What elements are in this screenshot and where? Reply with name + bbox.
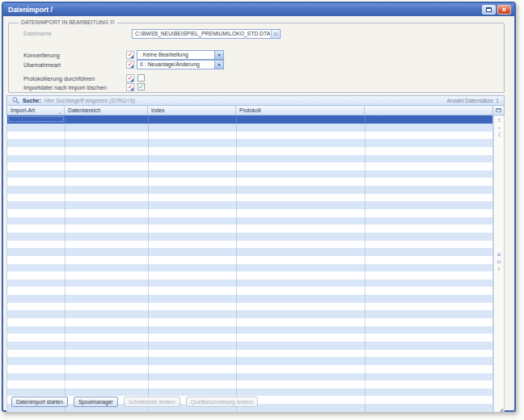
- table-row[interactable]: [7, 170, 492, 178]
- table-row[interactable]: [7, 264, 492, 272]
- table-row[interactable]: [7, 225, 492, 233]
- browse-button[interactable]: ⊡: [271, 30, 280, 38]
- table-header: Import-Art ▲ Datenbereich Index Protokol…: [6, 106, 493, 116]
- table-row[interactable]: [7, 155, 492, 163]
- column-label: Import-Art: [11, 107, 35, 113]
- dropdown-arrow-icon[interactable]: ▼: [214, 61, 223, 69]
- table-row[interactable]: [7, 124, 492, 132]
- quellbeschreibung-aendern-button[interactable]: Quellbeschreibung ändern: [186, 397, 258, 407]
- uebernahmeart-value: 0 : Neuanlage/Änderung: [140, 61, 200, 67]
- close-button[interactable]: ×: [497, 5, 511, 15]
- scroll-plus-icon[interactable]: +: [494, 124, 504, 132]
- column-separator: [236, 116, 237, 412]
- search-label: Suche:: [23, 98, 41, 103]
- table-row[interactable]: [7, 279, 492, 288]
- konvertierung-label: Konvertierung: [23, 52, 60, 59]
- table-row[interactable]: [7, 186, 492, 194]
- view-tools-group: ⊞ ⊟ ≡: [494, 251, 504, 273]
- edit-flag-glyph: ✓: [128, 61, 133, 68]
- dropdown-arrow-icon[interactable]: ▼: [214, 51, 223, 59]
- spoolmanager-button[interactable]: Spoolmanager: [74, 397, 118, 407]
- group-title: DATENIMPORT IN BEARBEITUNG !!!: [19, 19, 117, 25]
- table-row[interactable]: [7, 287, 492, 295]
- restore-button[interactable]: [482, 5, 496, 15]
- table-row[interactable]: [7, 147, 492, 155]
- protokollierung-checkbox[interactable]: [137, 74, 145, 82]
- resize-grip-icon[interactable]: ◢: [499, 406, 503, 412]
- scroll-to-bottom-icon[interactable]: ↧: [494, 132, 504, 139]
- table-rows: [7, 116, 492, 412]
- grid-minus-icon[interactable]: ⊟: [494, 258, 504, 266]
- uebernahmeart-label: Übernahmeart: [23, 61, 61, 69]
- table-row[interactable]: [7, 357, 492, 365]
- column-chooser-button[interactable]: [493, 106, 505, 116]
- protokollierung-edit-icon[interactable]: ✓: [126, 74, 134, 82]
- search-bar[interactable]: Suche: Hier Suchbegriff eingeben (STRG+S…: [6, 95, 505, 106]
- column-header-index[interactable]: Index: [148, 106, 236, 115]
- scroll-to-top-icon[interactable]: ↥: [494, 117, 504, 124]
- table-row[interactable]: [7, 256, 492, 264]
- column-header-protokoll[interactable]: Protokoll: [236, 106, 365, 115]
- table-row[interactable]: [7, 162, 492, 170]
- column-chooser-icon: [496, 108, 501, 112]
- focus-cell: [8, 116, 64, 122]
- konvertierung-value: : Keine Bearbeitung: [140, 52, 188, 57]
- schnittstelle-aendern-button[interactable]: Schnittstelle ändern: [124, 397, 180, 407]
- edit-flag-glyph: ✓: [128, 51, 133, 58]
- import-settings-group: DATENIMPORT IN BEARBEITUNG !!! Dateiname…: [8, 23, 505, 93]
- uebernahmeart-select[interactable]: 0 : Neuanlage/Änderung ▼: [137, 60, 224, 69]
- column-header-import-art[interactable]: Import-Art ▲: [7, 106, 65, 115]
- table-row[interactable]: [7, 194, 492, 202]
- importdatei-loeschen-checkbox[interactable]: ✓: [137, 83, 145, 90]
- column-header-empty: [365, 106, 492, 115]
- importdatei-edit-icon[interactable]: ✓: [126, 83, 134, 91]
- column-separator: [365, 116, 366, 412]
- table-row[interactable]: [7, 310, 492, 318]
- table-row[interactable]: [7, 116, 492, 124]
- table-row[interactable]: [7, 380, 492, 388]
- importdatei-loeschen-label: Importdatei nach Import löschen: [23, 84, 107, 91]
- search-icon: [12, 97, 19, 104]
- list-view-icon[interactable]: ≡: [494, 266, 504, 273]
- table-row[interactable]: [7, 350, 492, 358]
- uebernahmeart-edit-icon[interactable]: ✓: [126, 61, 134, 69]
- datenimport-window: Datenimport / × DATENIMPORT IN BEARBEITU…: [2, 2, 516, 412]
- table-row[interactable]: [7, 388, 492, 397]
- table-row[interactable]: [7, 248, 492, 256]
- protokollierung-label: Protokollierung durchführen: [23, 75, 95, 82]
- table-row[interactable]: [7, 233, 492, 241]
- table-row[interactable]: [7, 139, 492, 147]
- dateiname-input[interactable]: C:\BWS5_NEU\BEISPIEL_PREMIUM\LOKO_STD.DT…: [132, 29, 281, 39]
- table-row[interactable]: [7, 271, 492, 279]
- table-row[interactable]: [7, 373, 492, 381]
- table-row[interactable]: [7, 241, 492, 249]
- datenimport-starten-button[interactable]: Datenimport starten: [11, 397, 68, 407]
- dateiname-label: Dateiname: [23, 30, 52, 37]
- scroll-top-group: ↥ + ↧: [494, 117, 504, 139]
- table-row[interactable]: [7, 209, 492, 217]
- table-row[interactable]: [7, 217, 492, 225]
- table-row[interactable]: [7, 132, 492, 140]
- window-title: Datenimport /: [8, 6, 53, 14]
- record-count: Anzahl Datensätze: 1: [446, 98, 499, 103]
- dateiname-value: C:\BWS5_NEU\BEISPIEL_PREMIUM\LOKO_STD.DT…: [135, 31, 270, 36]
- column-separator: [65, 116, 66, 412]
- restore-icon: [486, 7, 492, 12]
- column-header-datenbereich[interactable]: Datenbereich: [65, 106, 148, 115]
- table-row[interactable]: [7, 178, 492, 186]
- table-row[interactable]: [7, 334, 492, 342]
- table-row[interactable]: [7, 326, 492, 334]
- table-body[interactable]: [6, 116, 493, 412]
- konvertierung-edit-icon[interactable]: ✓: [126, 51, 134, 59]
- table-scroll-strip[interactable]: ↥ + ↧ ⊞ ⊟ ≡ ◢: [493, 116, 505, 412]
- edit-flag-glyph: ✓: [128, 83, 133, 90]
- table-row[interactable]: [7, 295, 492, 303]
- konvertierung-select[interactable]: : Keine Bearbeitung ▼: [137, 50, 224, 60]
- table-row[interactable]: [7, 342, 492, 350]
- grid-view-icon[interactable]: ⊞: [494, 251, 504, 258]
- table-row[interactable]: [7, 201, 492, 209]
- table-row[interactable]: [7, 318, 492, 326]
- action-button-row: Datenimport starten Spoolmanager Schnitt…: [11, 397, 258, 407]
- table-row[interactable]: [7, 303, 492, 311]
- table-row[interactable]: [7, 365, 492, 373]
